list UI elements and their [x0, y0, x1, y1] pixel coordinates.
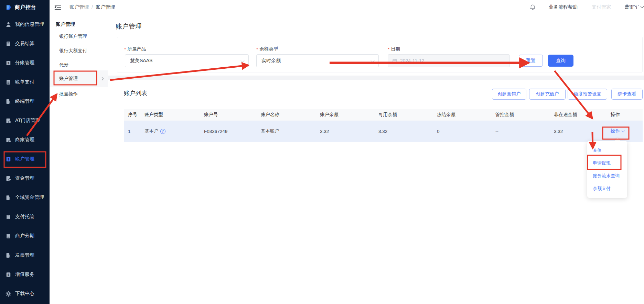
- button-label: 绑卡查看: [618, 91, 636, 97]
- ledger-icon: [6, 41, 11, 47]
- ledger-icon: [6, 214, 11, 220]
- submenu-group-label: 账户管理: [56, 19, 75, 30]
- menu-fold-icon[interactable]: [54, 4, 61, 10]
- column-header: 管控金额: [495, 112, 554, 118]
- balance-type-select-value: 实时余额: [261, 58, 281, 64]
- cell-account-type: 基本户 ?: [144, 128, 204, 134]
- sidebar-item-global-funds[interactable]: 全域资金管理: [0, 188, 50, 207]
- sidebar-nav: 我的信息管理 交易结算 $ 分账管理 账单支付 终端管理 AT门店管理: [0, 15, 50, 303]
- sidebar-item-label: 商户分期: [15, 233, 34, 239]
- create-marketing-account-button[interactable]: 创建营销户: [492, 89, 526, 100]
- sidebar-item-label: 增值服务: [15, 271, 34, 278]
- sidebar-item-merchant-mgmt[interactable]: 商家管理: [0, 130, 50, 149]
- ledger-icon: [6, 233, 11, 239]
- column-header: 冻结余额: [437, 112, 495, 118]
- store-icon: [6, 118, 11, 124]
- breadcrumb: 账户管理 / 账户管理: [69, 0, 115, 14]
- chevron-down-icon: [641, 5, 644, 8]
- menu-item-withdraw-apply[interactable]: 申请提现: [587, 157, 627, 169]
- sidebar-item-merchant-installment[interactable]: 商户分期: [0, 226, 50, 246]
- create-recharge-account-button[interactable]: 创建充值户: [529, 89, 566, 100]
- table-row: 1 基本户 ? F03367249 基本账户 3.32 3.32 0 -- 3.…: [124, 121, 643, 142]
- terminal-icon: [6, 99, 11, 104]
- cell-available-balance: 3.32: [378, 129, 437, 134]
- svg-text:$: $: [8, 61, 9, 65]
- row-action-link[interactable]: 操作: [611, 128, 624, 134]
- sidebar-item-funds-mgmt[interactable]: 资金管理: [0, 169, 50, 188]
- sidebar-item-terminal-mgmt[interactable]: 终端管理: [0, 92, 50, 111]
- topbar: 账户管理 / 账户管理 业务流程帮助 支付管家 曹雷军: [50, 0, 644, 14]
- primary-sidebar: 商户控台 我的信息管理 交易结算 $ 分账管理 账单支付 终端管理: [0, 0, 50, 304]
- column-header: 账户名称: [261, 112, 320, 118]
- menu-item-recharge[interactable]: 充值: [587, 144, 627, 157]
- sidebar-item-bill-pay[interactable]: 账单支付: [0, 72, 50, 92]
- submenu-item-bank-account-mgmt[interactable]: 银行账户管理: [50, 29, 108, 44]
- sidebar-item-value-added[interactable]: $ 增值服务: [0, 265, 50, 284]
- button-label: 创建营销户: [497, 91, 521, 97]
- user-name: 曹雷军: [624, 4, 639, 10]
- sidebar-item-label: AT门店管理: [15, 117, 40, 124]
- required-mark: *: [256, 47, 258, 52]
- help-question-icon[interactable]: ?: [160, 129, 165, 134]
- date-input[interactable]: 2024-11-12: [388, 54, 510, 67]
- sidebar-item-invoice-mgmt[interactable]: 发票管理: [0, 246, 50, 265]
- reset-button-label: 重置: [526, 58, 536, 64]
- column-header: 账户类型: [144, 112, 204, 118]
- product-select-value: 慧美SAAS: [130, 58, 152, 64]
- sidebar-item-label: 商家管理: [15, 137, 34, 143]
- payment-assistant-link[interactable]: 支付管家: [592, 0, 611, 14]
- sidebar-item-label: 账户管理: [15, 156, 34, 162]
- page-title: 账户管理: [116, 23, 142, 30]
- menu-item-account-flow-query[interactable]: 账务流水查询: [587, 169, 627, 182]
- required-mark: *: [388, 47, 389, 52]
- product-label: * 所属产品: [124, 46, 146, 52]
- submenu-item-label: 银行账户管理: [59, 33, 87, 40]
- workflow-help-link[interactable]: 业务流程帮助: [549, 0, 578, 14]
- bell-icon[interactable]: [530, 4, 536, 10]
- submenu-item-batch-ops[interactable]: 批量操作: [50, 87, 108, 101]
- cell-action: 操作: [611, 128, 643, 134]
- query-button[interactable]: 查询: [548, 55, 573, 67]
- menu-item-balance-pay[interactable]: 余额支付: [587, 182, 627, 195]
- breadcrumb-item-current: 账户管理: [96, 4, 115, 10]
- user-menu[interactable]: 曹雷军: [624, 0, 643, 14]
- submenu-item-label: 银行大额支付: [59, 48, 87, 54]
- gear-icon: [6, 291, 11, 297]
- date-value: 2024-11-12: [400, 58, 425, 64]
- account-list-title: 账户列表: [124, 90, 147, 97]
- store-icon: [6, 176, 11, 181]
- sidebar-item-pay-escrow[interactable]: 支付托管: [0, 207, 50, 226]
- sidebar-item-trade-settlement[interactable]: 交易结算: [0, 34, 50, 53]
- column-header: 操作: [611, 112, 643, 118]
- product-select[interactable]: 慧美SAAS: [125, 54, 249, 67]
- cell-frozen-balance: 0: [437, 129, 495, 134]
- sidebar-item-label: 分账管理: [15, 60, 34, 66]
- sidebar-item-label: 发票管理: [15, 252, 34, 258]
- quota-alert-settings-button[interactable]: 额度预警设置: [568, 89, 607, 100]
- sidebar-item-split-account[interactable]: $ 分账管理: [0, 53, 50, 72]
- bound-card-view-button[interactable]: 绑卡查看: [611, 89, 643, 100]
- brand-logo: 商户控台: [0, 0, 50, 15]
- submenu-item-bank-large-payment[interactable]: 银行大额支付: [50, 44, 108, 58]
- secondary-sidebar: 账户管理 银行账户管理 银行大额支付 代发 账户管理 批量操作: [50, 14, 108, 304]
- submenu-item-account-mgmt[interactable]: 账户管理: [50, 70, 108, 87]
- action-dropdown-menu: 充值 申请提现 账务流水查询 余额支付: [587, 141, 627, 198]
- dollar-doc-icon: $: [6, 60, 11, 66]
- sidebar-item-account-mgmt[interactable]: $ 账户管理: [0, 149, 50, 169]
- breadcrumb-item[interactable]: 账户管理: [69, 4, 89, 10]
- sidebar-item-label: 下载中心: [15, 291, 34, 297]
- product-label-text: 所属产品: [127, 46, 146, 52]
- balance-type-label: * 余额类型: [256, 46, 278, 52]
- cell-seq: 1: [128, 129, 144, 134]
- sidebar-item-my-info[interactable]: 我的信息管理: [0, 15, 50, 34]
- cell-non-transit-amount: 3.32: [554, 129, 611, 134]
- button-label: 创建充值户: [536, 91, 559, 97]
- reset-button[interactable]: 重置: [519, 55, 543, 67]
- balance-type-select[interactable]: 实时余额: [256, 54, 379, 67]
- merchant-console-app: 商户控台 我的信息管理 交易结算 $ 分账管理 账单支付 终端管理: [0, 0, 644, 304]
- required-mark: *: [124, 47, 126, 52]
- sidebar-item-download-center[interactable]: 下载中心: [0, 284, 50, 303]
- sidebar-item-label: 支付托管: [15, 214, 34, 220]
- column-header: 账户余额: [320, 112, 378, 118]
- sidebar-item-at-store-mgmt[interactable]: AT门店管理: [0, 111, 50, 130]
